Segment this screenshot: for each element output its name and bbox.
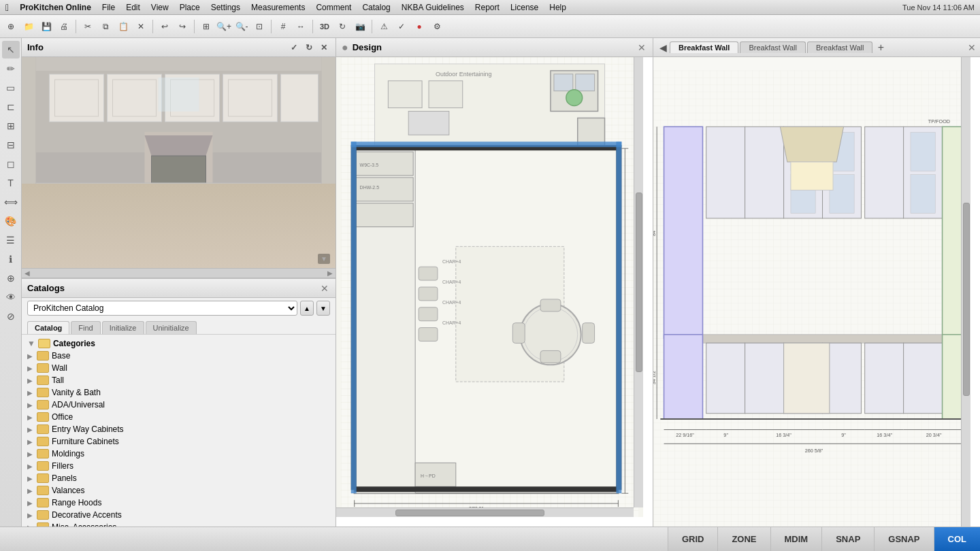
sidebar-icon-cabinet[interactable]: ⊟ xyxy=(2,136,20,154)
tree-item-vanity[interactable]: ▶ Vanity & Bath xyxy=(22,386,336,399)
bottom-btn-col[interactable]: COL xyxy=(934,527,980,552)
sidebar-icon-list[interactable]: ☰ xyxy=(2,231,20,249)
tree-item-base[interactable]: ▶ Base xyxy=(22,350,336,362)
toolbar-btn-4[interactable]: 🖨 xyxy=(56,18,72,35)
elevation-close-icon[interactable]: ✕ xyxy=(966,42,977,53)
tree-item-fillers[interactable]: ▶ Fillers xyxy=(22,460,336,472)
sidebar-icon-door[interactable]: ⊏ xyxy=(2,98,20,116)
toolbar-btn-camera[interactable]: 📷 xyxy=(352,18,368,35)
info-close-icon[interactable]: ✕ xyxy=(318,41,330,54)
toolbar-btn-undo[interactable]: ↩ xyxy=(157,18,173,35)
menu-catalog[interactable]: Catalog xyxy=(362,3,390,12)
elevation-scrollbar-vertical[interactable] xyxy=(961,57,970,541)
toolbar-btn-zoom-select[interactable]: ⊞ xyxy=(198,18,214,35)
toolbar-btn-3[interactable]: 💾 xyxy=(38,18,54,35)
sidebar-icon-eye[interactable]: 👁 xyxy=(2,288,20,306)
toolbar-btn-paste[interactable]: 📋 xyxy=(115,18,131,35)
menu-place[interactable]: Place xyxy=(180,3,200,12)
bottom-btn-gsnap[interactable]: GSNAP xyxy=(874,527,933,552)
tree-item-wall[interactable]: ▶ Wall xyxy=(22,362,336,374)
sidebar-icon-info[interactable]: ℹ xyxy=(2,250,20,268)
design-scrollbar-vertical[interactable] xyxy=(634,57,643,507)
sidebar-icon-paint[interactable]: 🎨 xyxy=(2,212,20,230)
catalog-arrow-down[interactable]: ▼ xyxy=(316,301,330,316)
toolbar-btn-copy[interactable]: ⧉ xyxy=(97,18,114,35)
app-name[interactable]: ProKitchen Online xyxy=(20,3,91,12)
elevation-nav-prev[interactable]: ◀ xyxy=(656,41,670,54)
sidebar-icon-wall[interactable]: ▭ xyxy=(2,79,20,97)
menu-nkba[interactable]: NKBA Guidelines xyxy=(402,3,464,12)
menu-report[interactable]: Report xyxy=(475,3,500,12)
catalog-tab-find[interactable]: Find xyxy=(71,321,100,334)
info-check-icon[interactable]: ✓ xyxy=(288,41,300,54)
toolbar-btn-redo[interactable]: ↪ xyxy=(174,18,191,35)
toolbar-btn-2[interactable]: 📁 xyxy=(20,18,37,35)
tree-item-moldings[interactable]: ▶ Moldings xyxy=(22,448,336,460)
design-scroll-thumb-v[interactable] xyxy=(636,193,642,373)
info-scroll[interactable]: ◀ ▶ xyxy=(22,268,336,278)
elevation-scroll-thumb-v[interactable] xyxy=(963,203,970,397)
design-scroll-thumb-h[interactable] xyxy=(395,510,544,516)
toolbar-btn-rotate[interactable]: ↻ xyxy=(334,18,350,35)
sidebar-icon-dim[interactable]: ⟺ xyxy=(2,193,20,211)
toolbar-btn-settings[interactable]: ⚙ xyxy=(429,18,445,35)
sidebar-icon-appliance[interactable]: ◻ xyxy=(2,155,20,173)
toolbar-btn-zoom-out[interactable]: 🔍- xyxy=(233,18,250,35)
toolbar-btn-color[interactable]: ● xyxy=(411,18,427,35)
toolbar-btn-warn[interactable]: ⚠ xyxy=(376,18,392,35)
catalog-arrow-up[interactable]: ▲ xyxy=(300,301,314,316)
floor-plan[interactable]: Outdoor Entertaining xyxy=(336,57,643,517)
elevation-tab-2[interactable]: Breakfast Wall xyxy=(740,41,806,53)
sidebar-icon-draw[interactable]: ✏ xyxy=(2,60,20,78)
sidebar-icon-text[interactable]: T xyxy=(2,174,20,192)
tree-item-ada[interactable]: ▶ ADA/Universal xyxy=(22,399,336,411)
tree-item-entryway[interactable]: ▶ Entry Way Cabinets xyxy=(22,423,336,435)
info-scroll-left[interactable]: ◀ xyxy=(24,269,30,277)
bottom-btn-zone[interactable]: ZONE xyxy=(717,527,770,552)
tree-root-expand[interactable]: ▼ xyxy=(27,339,35,348)
tree-item-office[interactable]: ▶ Office xyxy=(22,411,336,423)
tree-item-valances[interactable]: ▶ Valances xyxy=(22,484,336,497)
sidebar-icon-snap[interactable]: ⊕ xyxy=(2,269,20,287)
toolbar-btn-3d[interactable]: 3D xyxy=(316,18,333,35)
catalog-tab-uninitialize[interactable]: Uninitialize xyxy=(146,321,197,334)
toolbar-btn-grid[interactable]: # xyxy=(275,18,291,35)
tree-item-furniture[interactable]: ▶ Furniture Cabinets xyxy=(22,435,336,448)
bottom-btn-snap[interactable]: SNAP xyxy=(821,527,874,552)
sidebar-icon-layers[interactable]: ⊘ xyxy=(2,307,20,325)
menu-settings[interactable]: Settings xyxy=(211,3,240,12)
menu-comment[interactable]: Comment xyxy=(316,3,351,12)
catalog-tab-initialize[interactable]: Initialize xyxy=(102,321,144,334)
design-close-icon[interactable]: ✕ xyxy=(636,42,647,53)
catalog-select-dropdown[interactable]: ProKitchen Catalog xyxy=(27,301,297,316)
toolbar-btn-check[interactable]: ✓ xyxy=(393,18,410,35)
menu-view[interactable]: View xyxy=(151,3,169,12)
toolbar-btn-delete[interactable]: ✕ xyxy=(133,18,149,35)
menu-help[interactable]: Help xyxy=(549,3,566,12)
tree-item-tall[interactable]: ▶ Tall xyxy=(22,374,336,386)
tree-item-decorative[interactable]: ▶ Decorative Accents xyxy=(22,509,336,521)
bottom-btn-mdim[interactable]: MDIM xyxy=(770,527,822,552)
elevation-tab-3[interactable]: Breakfast Wall xyxy=(807,41,873,53)
catalog-tab-catalog[interactable]: Catalog xyxy=(27,321,69,334)
elevation-add-tab[interactable]: + xyxy=(874,41,887,54)
info-scroll-right[interactable]: ▶ xyxy=(327,269,333,277)
sidebar-icon-pointer[interactable]: ↖ xyxy=(2,41,20,59)
toolbar-btn-zoom-fit[interactable]: ⊡ xyxy=(251,18,267,35)
menu-measurements[interactable]: Measurements xyxy=(251,3,305,12)
catalogs-close-icon[interactable]: ✕ xyxy=(319,283,330,294)
toolbar-btn-cut[interactable]: ✂ xyxy=(80,18,96,35)
info-refresh-icon[interactable]: ↻ xyxy=(303,41,315,54)
tree-item-rangehoods[interactable]: ▶ Range Hoods xyxy=(22,497,336,509)
menu-license[interactable]: License xyxy=(510,3,538,12)
tree-item-panels[interactable]: ▶ Panels xyxy=(22,472,336,484)
apple-menu[interactable]:  xyxy=(5,2,9,13)
toolbar-btn-measure[interactable]: ↔ xyxy=(293,18,309,35)
design-scrollbar-horizontal[interactable] xyxy=(336,507,634,517)
bottom-btn-grid[interactable]: GRID xyxy=(668,527,718,552)
toolbar-btn-zoom-in[interactable]: 🔍+ xyxy=(216,18,232,35)
menu-edit[interactable]: Edit xyxy=(126,3,140,12)
elevation-tab-1[interactable]: Breakfast Wall xyxy=(670,41,738,53)
menu-file[interactable]: File xyxy=(102,3,115,12)
toolbar-btn-1[interactable]: ⊕ xyxy=(3,18,19,35)
